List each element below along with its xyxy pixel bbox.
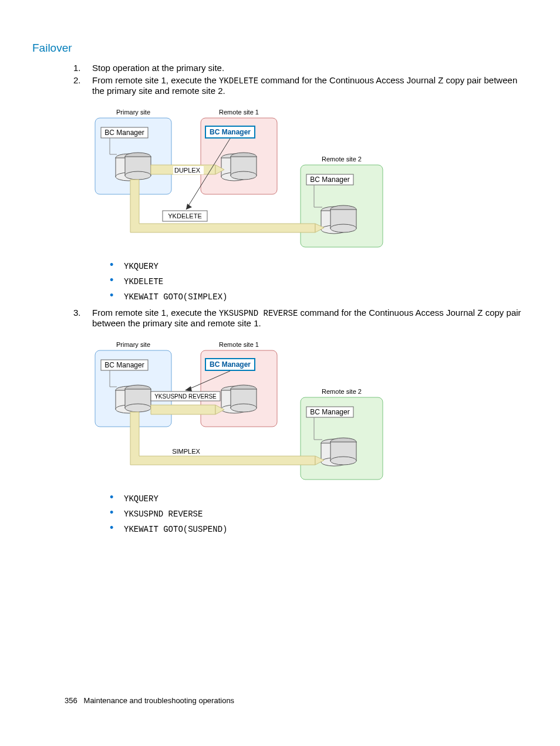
step-3-code: YKSUSPND REVERSE — [219, 309, 298, 318]
d2-bc-remote1: BC Manager — [210, 360, 251, 369]
step-3-pre: From remote site 1, execute the — [92, 308, 219, 318]
svg-marker-60 — [151, 405, 215, 414]
cylinder-icon — [116, 385, 151, 413]
d1-bc-remote1: BC Manager — [210, 128, 251, 136]
d2-state: YKSUSPND REVERSE — [154, 393, 217, 400]
bullet-item: YKQUERY — [110, 261, 525, 271]
page-footer: 356 Maintenance and troubleshooting oper… — [65, 696, 234, 705]
d2-remote1-label: Remote site 1 — [219, 341, 259, 348]
d1-bc-primary: BC Manager — [104, 129, 144, 137]
d2-remote2-label: Remote site 2 — [322, 388, 362, 395]
diagram-2-svg: Primary site Remote site 1 Remote site 2… — [92, 339, 392, 482]
svg-point-11 — [125, 171, 151, 180]
cylinder-icon — [321, 205, 356, 234]
page-number: 356 — [65, 696, 77, 705]
step-3-bullets: YKQUERY YKSUSPND REVERSE YKEWAIT GOTO(SU… — [92, 493, 525, 534]
cylinder-icon — [116, 153, 151, 181]
diagram-1: Primary site Remote site 1 Remote site 2… — [92, 106, 525, 250]
bullet-item: YKEWAIT GOTO(SIMPLEX) — [110, 291, 525, 302]
bullet-item: YKEWAIT GOTO(SUSPEND) — [110, 524, 525, 534]
d1-bc-remote2: BC Manager — [310, 175, 349, 184]
step-3: From remote site 1, execute the YKSUSPND… — [73, 308, 525, 534]
bullet-text: YKDELETE — [124, 277, 163, 286]
section-title: Maintenance and troubleshooting operatio… — [84, 696, 235, 705]
bullet-text: YKSUSPND REVERSE — [124, 509, 203, 519]
svg-point-59 — [330, 457, 356, 465]
bullet-text: YKQUERY — [124, 262, 158, 271]
step-1: Stop operation at the primary site. — [73, 63, 525, 73]
bullet-text: YKEWAIT GOTO(SIMPLEX) — [124, 292, 227, 302]
svg-marker-65 — [185, 386, 192, 391]
step-2-bullets: YKQUERY YKDELETE YKEWAIT GOTO(SIMPLEX) — [92, 261, 525, 302]
bullet-item: YKDELETE — [110, 276, 525, 286]
step-2: From remote site 1, execute the YKDELETE… — [73, 75, 525, 302]
bullet-item: YKQUERY — [110, 493, 525, 504]
bullet-text: YKEWAIT GOTO(SUSPEND) — [124, 525, 227, 534]
step-list: Stop operation at the primary site. From… — [73, 63, 525, 534]
step-2-pre: From remote site 1, execute the — [92, 75, 219, 85]
d2-primary-label: Primary site — [116, 341, 150, 348]
step-2-code: YKDELETE — [219, 76, 258, 86]
d2-bc-primary: BC Manager — [104, 361, 144, 369]
diagram-1-svg: Primary site Remote site 1 Remote site 2… — [92, 106, 392, 250]
d2-bc-remote2: BC Manager — [310, 408, 349, 416]
cylinder-icon — [221, 153, 257, 181]
d1-action: YKDELETE — [168, 212, 201, 220]
cylinder-icon — [321, 438, 356, 466]
svg-point-53 — [231, 404, 257, 412]
d1-remote1-label: Remote site 1 — [219, 109, 259, 116]
d2-action: SIMPLEX — [172, 448, 200, 455]
step-1-text: Stop operation at the primary site. — [92, 63, 224, 73]
cylinder-icon — [221, 385, 257, 413]
d1-primary-label: Primary site — [116, 109, 150, 116]
section-heading: Failover — [32, 42, 525, 55]
bullet-text: YKQUERY — [124, 494, 158, 504]
svg-point-23 — [330, 224, 356, 232]
diagram-2: Primary site Remote site 1 Remote site 2… — [92, 339, 525, 482]
svg-point-17 — [231, 171, 257, 180]
d1-remote2-label: Remote site 2 — [322, 156, 362, 163]
svg-point-47 — [125, 404, 151, 412]
d1-state: DUPLEX — [174, 167, 201, 174]
bullet-item: YKSUSPND REVERSE — [110, 508, 525, 519]
